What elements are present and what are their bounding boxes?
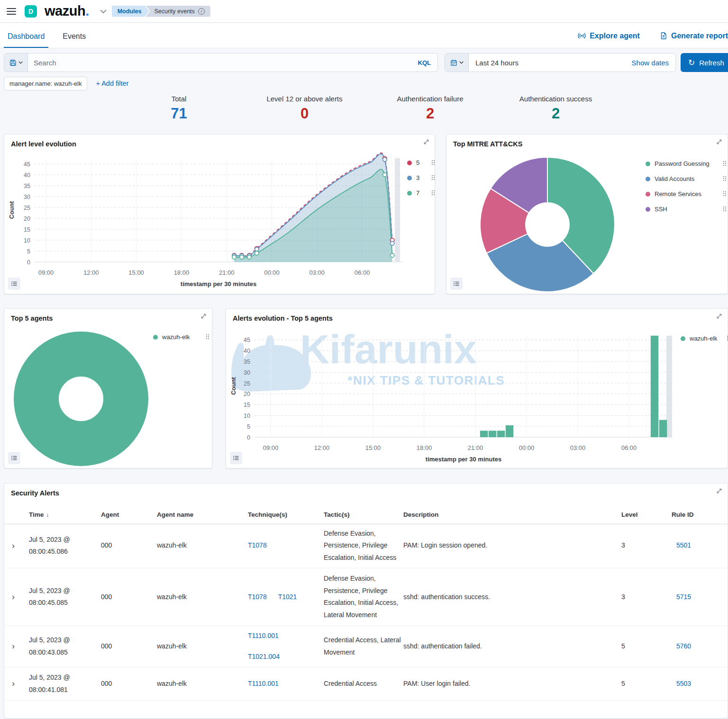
legend-options-icon[interactable] bbox=[723, 176, 727, 181]
column-header-technique-s-[interactable]: Technique(s) bbox=[248, 511, 324, 518]
calendar-button[interactable] bbox=[445, 54, 469, 72]
technique-link[interactable]: T1078 bbox=[248, 591, 267, 603]
column-header-rule-id[interactable]: Rule ID bbox=[672, 511, 728, 518]
cell-techniques: T1078T1021 bbox=[248, 591, 324, 603]
show-dates-link[interactable]: Show dates bbox=[632, 59, 675, 67]
technique-link[interactable]: T1021 bbox=[278, 591, 297, 603]
inspect-icon[interactable] bbox=[8, 452, 20, 464]
stat-total: Total71 bbox=[116, 95, 242, 122]
expand-icon[interactable] bbox=[716, 313, 723, 322]
document-icon bbox=[660, 32, 667, 40]
cell-description: PAM: Login session opened. bbox=[403, 539, 621, 551]
column-header-agent[interactable]: Agent bbox=[101, 511, 157, 518]
expand-icon[interactable] bbox=[716, 138, 723, 147]
svg-text:10: 10 bbox=[244, 413, 250, 419]
svg-text:5: 5 bbox=[247, 423, 250, 430]
rule-id-link[interactable]: 5760 bbox=[676, 642, 691, 650]
cell-agent: 000 bbox=[101, 591, 157, 603]
svg-text:25: 25 bbox=[244, 380, 250, 387]
legend-item-password-guessing[interactable]: Password Guessing bbox=[646, 160, 726, 167]
cell-rule-id: 5760 bbox=[672, 640, 728, 652]
search-input[interactable] bbox=[28, 59, 418, 67]
legend-dot bbox=[407, 176, 412, 180]
svg-text:03:00: 03:00 bbox=[309, 269, 325, 276]
refresh-button[interactable]: ↻ Refresh bbox=[681, 53, 728, 72]
column-header-description[interactable]: Description bbox=[403, 511, 621, 518]
space-badge[interactable]: D bbox=[25, 5, 37, 18]
table-row: ›Jul 5, 2023 @ 08:00:45.085000wazuh-elkT… bbox=[4, 568, 728, 626]
breadcrumb-label: Modules bbox=[118, 8, 142, 15]
legend-options-icon[interactable] bbox=[432, 190, 435, 196]
expand-icon[interactable] bbox=[200, 313, 207, 322]
legend-options-icon[interactable] bbox=[723, 191, 727, 197]
technique-link[interactable]: T1110.001 bbox=[248, 678, 279, 690]
menu-icon[interactable] bbox=[7, 8, 16, 15]
expand-icon[interactable] bbox=[423, 138, 430, 147]
column-header-time[interactable]: Time↓ bbox=[29, 511, 101, 518]
svg-text:12:00: 12:00 bbox=[314, 444, 330, 451]
breadcrumb-modules[interactable]: Modules bbox=[112, 6, 149, 17]
panel-title: Top MITRE ATT&CKS bbox=[453, 140, 522, 148]
row-expand-chevron[interactable]: › bbox=[10, 592, 29, 602]
legend-item-wazuh-elk[interactable]: wazuh-elk bbox=[681, 335, 728, 342]
rule-id-link[interactable]: 5503 bbox=[676, 680, 691, 687]
query-toolbar: KQL Last 24 hours Show dates ↻ Refresh bbox=[4, 53, 728, 72]
legend-item-remote-services[interactable]: Remote Services bbox=[646, 190, 726, 198]
row-expand-chevron[interactable]: › bbox=[10, 641, 29, 651]
row-expand-chevron[interactable]: › bbox=[10, 679, 29, 689]
legend-dot bbox=[407, 191, 412, 196]
generate-report-button[interactable]: Generate report bbox=[660, 32, 728, 40]
rule-id-link[interactable]: 5501 bbox=[676, 541, 691, 549]
legend-item-5[interactable]: 5 bbox=[407, 159, 435, 166]
calendar-icon bbox=[450, 59, 457, 66]
tab-events[interactable]: Events bbox=[59, 26, 90, 48]
svg-text:30: 30 bbox=[244, 369, 250, 376]
expand-icon[interactable] bbox=[716, 487, 723, 496]
legend-item-ssh[interactable]: SSH bbox=[646, 206, 726, 213]
stat-authentication-failure: Authentication failure2 bbox=[367, 95, 493, 122]
legend-dot bbox=[407, 161, 412, 165]
legend-item-wazuh-elk[interactable]: wazuh-elk bbox=[153, 333, 209, 341]
cell-techniques: T1110.001T1021.004 bbox=[248, 630, 324, 663]
legend-options-icon[interactable] bbox=[723, 207, 727, 212]
info-icon[interactable]: i bbox=[198, 8, 205, 15]
kql-toggle[interactable]: KQL bbox=[418, 59, 437, 66]
rule-id-link[interactable]: 5715 bbox=[676, 593, 691, 601]
legend-options-icon[interactable] bbox=[206, 334, 209, 340]
filter-chip[interactable]: manager.name: wazuh-elk bbox=[4, 77, 87, 90]
cell-time: Jul 5, 2023 @ 08:00:41.081 bbox=[29, 672, 101, 696]
column-header-level[interactable]: Level bbox=[621, 511, 672, 518]
explore-agent-button[interactable]: Explore agent bbox=[578, 32, 640, 40]
legend-options-icon[interactable] bbox=[723, 161, 727, 166]
legend-item-7[interactable]: 7 bbox=[407, 189, 435, 197]
chevron-down-icon[interactable] bbox=[100, 8, 107, 17]
add-filter-button[interactable]: + Add filter bbox=[96, 80, 128, 87]
stat-authentication-success: Authentication success2 bbox=[493, 95, 619, 122]
breadcrumb-security-events[interactable]: Security eventsi bbox=[146, 6, 210, 17]
legend-options-icon[interactable] bbox=[432, 175, 435, 180]
svg-text:0: 0 bbox=[247, 434, 250, 441]
legend-options-icon[interactable] bbox=[432, 160, 435, 165]
cell-agent: 000 bbox=[101, 539, 157, 551]
chart-legend: Password GuessingValid AccountsRemote Se… bbox=[646, 160, 726, 221]
legend-label: 3 bbox=[416, 174, 426, 181]
saved-query-button[interactable] bbox=[4, 54, 28, 72]
cell-agent-name: wazuh-elk bbox=[157, 678, 248, 690]
inspect-icon[interactable] bbox=[230, 452, 242, 464]
cell-tactics: Defense Evasion, Persistence, Privilege … bbox=[324, 528, 403, 564]
cell-rule-id: 5715 bbox=[672, 591, 728, 603]
column-header-agent-name[interactable]: Agent name bbox=[157, 511, 248, 518]
wazuh-security-events-page: D wazuh. ModulesSecurity eventsi Dashboa… bbox=[0, 0, 728, 719]
stat-value: 0 bbox=[242, 105, 367, 122]
inspect-icon[interactable] bbox=[8, 278, 20, 290]
time-range-value[interactable]: Last 24 hours bbox=[469, 59, 632, 67]
technique-link[interactable]: T1078 bbox=[248, 539, 267, 551]
row-expand-chevron[interactable]: › bbox=[10, 541, 29, 551]
legend-item-3[interactable]: 3 bbox=[407, 174, 435, 181]
technique-link[interactable]: T1110.001 bbox=[248, 630, 324, 642]
tab-dashboard[interactable]: Dashboard bbox=[4, 26, 48, 48]
column-header-tactic-s-[interactable]: Tactic(s) bbox=[324, 511, 403, 518]
inspect-icon[interactable] bbox=[450, 278, 463, 290]
technique-link[interactable]: T1021.004 bbox=[248, 651, 324, 663]
legend-item-valid-accounts[interactable]: Valid Accounts bbox=[646, 175, 726, 182]
